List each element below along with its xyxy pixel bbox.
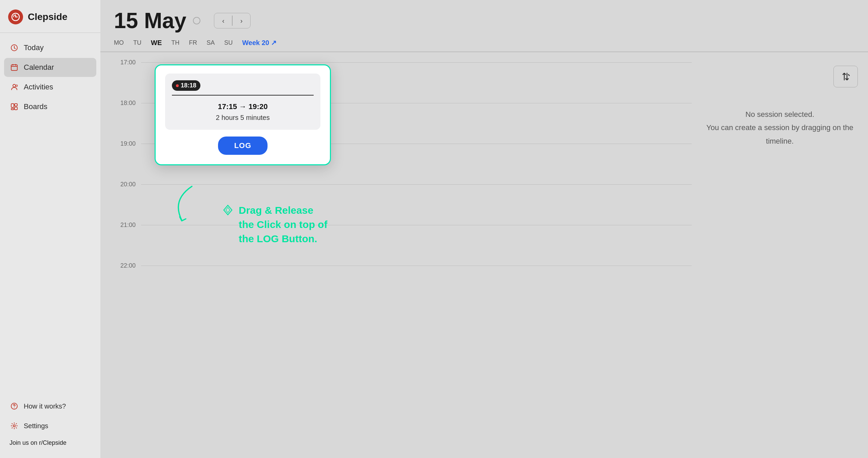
sort-icon-box[interactable] [833,66,858,87]
current-time-badge: 18:18 [172,80,200,91]
join-prefix: Join us on [9,439,39,446]
date-nav-arrows: ‹ › [214,13,251,28]
day-th[interactable]: TH [171,39,179,46]
time-label-19: 19:00 [114,140,141,147]
sidebar-item-settings-label: Settings [24,422,48,430]
day-su[interactable]: SU [224,39,233,46]
calendar-icon [9,63,19,72]
popup-time-range: 17:15 → 19:20 [172,102,314,111]
svg-rect-2 [11,65,17,70]
time-line-21 [141,225,692,225]
app-title: Clepside [28,12,67,22]
calendar-header: 15 May ‹ › [100,0,868,33]
sidebar-header: Clepside [0,0,100,33]
time-row-22: 22:00 [114,262,692,303]
status-circle [193,17,200,24]
sidebar-item-boards[interactable]: Boards [4,97,96,116]
day-mo[interactable]: MO [114,39,124,46]
main-content: 15 May ‹ › MO TU WE TH FR SA SU Week 20 … [100,0,868,458]
app-logo [8,9,23,24]
time-line-20 [141,184,692,185]
popup-duration: 2 hours 5 minutes [172,114,314,122]
svg-rect-6 [15,104,17,106]
popup-separator [172,95,314,96]
clock-icon [9,43,19,53]
sidebar-item-how-it-works-label: How it works? [24,402,66,410]
boards-icon [9,102,19,111]
svg-point-4 [16,85,18,87]
day-we[interactable]: WE [151,39,162,47]
join-reddit-link[interactable]: Join us on r/Clepside [4,436,96,450]
sidebar-item-boards-label: Boards [24,102,47,111]
sidebar-item-how-it-works[interactable]: How it works? [4,397,96,416]
sidebar: Clepside Today Calendar [0,0,100,458]
question-icon [9,401,19,411]
sidebar-bottom: How it works? Settings Join us on r/Clep… [0,393,100,458]
week-nav: MO TU WE TH FR SA SU Week 20 ↗ [100,33,868,47]
badge-dot [176,84,179,87]
sidebar-item-settings[interactable]: Settings [4,416,96,435]
sidebar-item-today-label: Today [24,43,44,52]
week-badge[interactable]: Week 20 ↗ [242,39,277,47]
svg-rect-7 [15,107,17,110]
svg-rect-8 [11,108,14,110]
sidebar-item-activities[interactable]: Activities [4,78,96,97]
time-line-17 [141,62,692,63]
svg-point-10 [14,408,15,408]
sort-icon [840,70,852,83]
sidebar-item-today[interactable]: Today [4,38,96,57]
sidebar-item-calendar-label: Calendar [24,63,54,72]
date-title: 15 May [114,8,186,33]
join-link-text[interactable]: r/Clepside [39,439,66,446]
time-label-18: 18:00 [114,100,141,107]
popup-inner: 18:18 17:15 → 19:20 2 hours 5 minutes [165,74,320,130]
next-date-button[interactable]: › [233,13,250,28]
prev-date-button[interactable]: ‹ [214,13,232,28]
svg-rect-5 [11,104,14,107]
session-popup: 18:18 17:15 → 19:20 2 hours 5 minutes LO… [155,64,331,165]
time-row-20: 20:00 [114,181,692,222]
right-panel: No session selected. You can create a se… [692,52,868,458]
time-label-21: 21:00 [114,222,141,229]
svg-point-11 [13,425,15,427]
day-fr[interactable]: FR [189,39,197,46]
day-tu[interactable]: TU [133,39,141,46]
sidebar-top-divider [0,33,100,33]
svg-point-3 [13,84,16,87]
time-label-17: 17:00 [114,59,141,66]
no-session-text: No session selected. You can create a se… [702,108,858,148]
sidebar-item-activities-label: Activities [24,83,53,91]
day-sa[interactable]: SA [206,39,215,46]
time-row-21: 21:00 [114,222,692,262]
time-line-22 [141,266,692,266]
time-label-20: 20:00 [114,181,141,188]
log-button[interactable]: LOG [218,137,268,155]
gear-icon [9,421,19,431]
sidebar-item-calendar[interactable]: Calendar [4,58,96,77]
time-label-22: 22:00 [114,262,141,269]
activities-icon [9,82,19,92]
sidebar-nav: Today Calendar Activities [0,36,100,393]
